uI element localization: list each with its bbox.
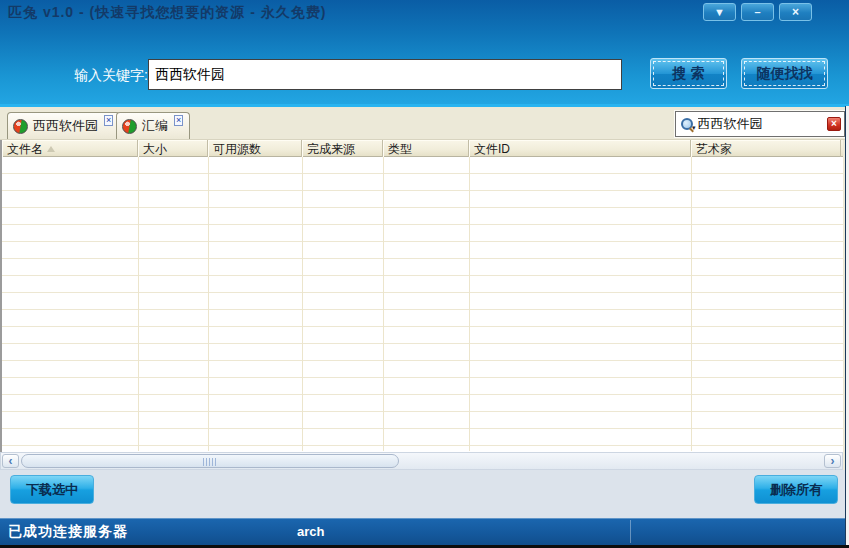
tab-xixi[interactable]: 西西软件园 × [7,112,120,139]
column-label: 大小 [143,141,167,158]
tab-close-icon[interactable]: × [174,115,183,126]
column-header-complete-sources[interactable]: 完成来源 [302,140,383,157]
minimize-icon[interactable]: – [741,3,774,21]
results-table-body [2,157,843,451]
tab-huibian[interactable]: 汇编 × [116,112,190,139]
random-find-button[interactable]: 随便找找 [741,58,828,89]
globe-icon [122,119,137,134]
window-menu-icon[interactable]: ▼ [703,3,736,21]
column-label: 艺术家 [696,141,732,158]
titlebar: 匹兔 v1.0 - (快速寻找您想要的资源 - 永久免费) ▼ – × [0,0,849,25]
search-button[interactable]: 搜 索 [650,58,727,89]
tab-label: 汇编 [142,117,168,135]
tab-label: 西西软件园 [33,117,98,135]
grid-line [138,157,139,451]
action-panel: 下载选中 删除所有 [0,470,849,518]
scroll-left-icon[interactable]: ‹ [2,454,19,468]
sort-asc-icon [47,146,55,152]
column-label: 完成来源 [307,141,355,158]
grid-line [302,157,303,451]
scrollbar-thumb[interactable] [21,454,399,468]
app-window: 匹兔 v1.0 - (快速寻找您想要的资源 - 永久免费) ▼ – × 输入关键… [0,0,849,548]
column-header-fileid[interactable]: 文件ID [469,140,691,157]
column-header-artist[interactable]: 艺术家 [691,140,841,157]
column-header-filename[interactable]: 文件名 [2,140,138,157]
grid-line [691,157,692,451]
column-label: 类型 [388,141,412,158]
tab-strip: 西西软件园 × 汇编 × ▾ × [0,107,849,140]
filter-box: ▾ × [675,111,845,137]
window-title: 匹兔 v1.0 - (快速寻找您想要的资源 - 永久免费) [8,4,326,22]
scrollbar-grip [203,458,217,466]
delete-all-button[interactable]: 删除所有 [754,475,838,504]
filter-input[interactable] [698,117,824,132]
column-header-sources[interactable]: 可用源数 [208,140,302,157]
column-label: 文件名 [7,141,43,158]
filter-close-icon[interactable]: × [827,117,841,131]
results-table-header: 文件名 大小 可用源数 完成来源 类型 文件ID 艺术家 [2,140,843,157]
globe-icon [13,119,28,134]
search-icon[interactable] [680,118,693,131]
grid-line [469,157,470,451]
close-icon[interactable]: × [779,3,812,21]
column-label: 文件ID [474,141,510,158]
column-header-type[interactable]: 类型 [383,140,469,157]
horizontal-scrollbar[interactable]: ‹ › [0,452,843,470]
grid-line [383,157,384,451]
tab-close-icon[interactable]: × [104,115,113,126]
status-divider [630,520,631,543]
results-table: 文件名 大小 可用源数 完成来源 类型 文件ID 艺术家 [0,140,843,452]
download-selected-button[interactable]: 下载选中 [10,475,94,504]
connection-status: 已成功连接服务器 [8,523,128,541]
keyword-input[interactable] [148,59,622,90]
status-bar: 已成功连接服务器 arch [0,518,849,545]
grid-line [208,157,209,451]
column-label: 可用源数 [213,141,261,158]
server-name: arch [297,524,324,539]
keyword-label: 输入关键字: [74,67,148,85]
scroll-right-icon[interactable]: › [824,454,841,468]
column-header-size[interactable]: 大小 [138,140,208,157]
